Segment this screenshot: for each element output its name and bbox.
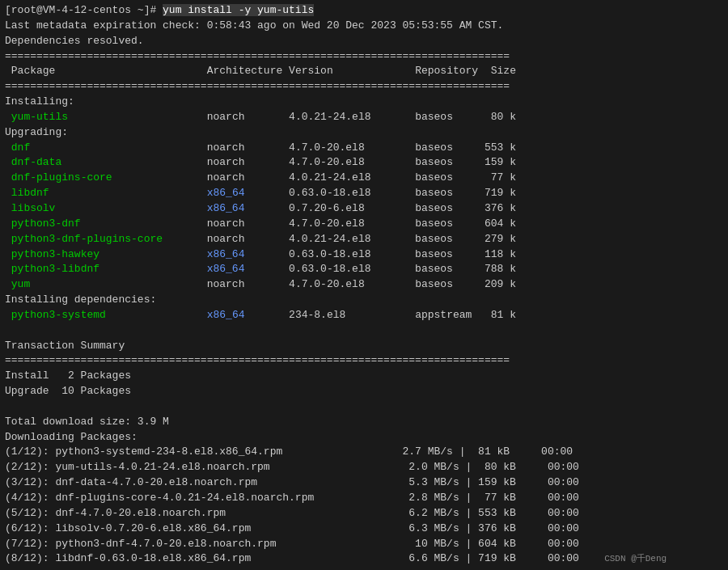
dl-2: (2/12): yum-utils-4.0.21-24.el8.noarch.r… [5, 461, 579, 473]
total-download-size: Total download size: 3.9 M [5, 416, 169, 428]
pkg-dnf: dnf noarch 4.7.0-20.el8 baseos 553 k [5, 141, 516, 154]
dl-1: (1/12): python3-systemd-234-8.el8.x86_64… [5, 445, 573, 458]
dl-4: (4/12): dnf-plugins-core-4.0.21-24.el8.n… [5, 492, 579, 504]
pkg-python3-libdnf: python3-libdnf x86_64 0.63.0-18.el8 base… [5, 263, 516, 275]
install-count: Install 2 Packages [5, 369, 131, 382]
prompt-text: [root@VM-4-12-centos ~]# [5, 4, 163, 16]
downloading-label: Downloading Packages: [5, 431, 138, 443]
pkg-yum: yum noarch 4.7.0-20.el8 baseos 209 k [5, 278, 516, 290]
pkg-python3-systemd: python3-systemd x86_64 234-8.el8 appstre… [5, 309, 516, 321]
terminal-content: [root@VM-4-12-centos ~]# yum install -y … [5, 3, 723, 567]
separator-2: ========================================… [5, 80, 510, 92]
separator-3: ========================================… [5, 354, 510, 366]
prompt: [root@VM-4-12-centos ~]# yum install -y … [5, 4, 314, 16]
pkg-python3-dnf-plugins-core: python3-dnf-plugins-core noarch 4.0.21-2… [5, 233, 516, 245]
pkg-libdnf: libdnf x86_64 0.63.0-18.el8 baseos 719 k [5, 187, 516, 199]
pkg-yum-utils: yum-utils noarch 4.0.21-24.el8 baseos 80… [5, 111, 516, 123]
section-upgrading: Upgrading: [5, 126, 68, 138]
command-highlight: yum install -y yum-utils [163, 4, 314, 16]
pkg-libsolv: libsolv x86_64 0.7.20-6.el8 baseos 376 k [5, 202, 516, 214]
section-installing-deps: Installing dependencies: [5, 293, 156, 306]
table-header: Package Architecture Version Repository … [5, 65, 516, 77]
terminal-window: [root@VM-4-12-centos ~]# yum install -y … [0, 0, 728, 570]
dl-8: (8/12): libdnf-0.63.0-18.el8.x86_64.rpm … [5, 552, 667, 564]
section-installing: Installing: [5, 95, 74, 108]
upgrade-count: Upgrade 10 Packages [5, 385, 131, 397]
pkg-dnf-data: dnf-data noarch 4.7.0-20.el8 baseos 159 … [5, 156, 516, 168]
dl-7: (7/12): python3-dnf-4.7.0-20.el8.noarch.… [5, 538, 579, 550]
pkg-dnf-plugins-core: dnf-plugins-core noarch 4.0.21-24.el8 ba… [5, 171, 516, 184]
meta-line-2: Dependencies resolved. [5, 35, 144, 47]
pkg-python3-hawkey: python3-hawkey x86_64 0.63.0-18.el8 base… [5, 248, 516, 260]
separator-1: ========================================… [5, 50, 510, 62]
dl-3: (3/12): dnf-data-4.7.0-20.el8.noarch.rpm… [5, 476, 579, 488]
dl-6: (6/12): libsolv-0.7.20-6.el8.x86_64.rpm … [5, 522, 579, 534]
section-transaction-summary: Transaction Summary [5, 340, 125, 352]
dl-5: (5/12): dnf-4.7.0-20.el8.noarch.rpm 6.2 … [5, 507, 579, 519]
pkg-python3-dnf: python3-dnf noarch 4.7.0-20.el8 baseos 6… [5, 217, 516, 230]
meta-line-1: Last metadata expiration check: 0:58:43 … [5, 19, 503, 32]
